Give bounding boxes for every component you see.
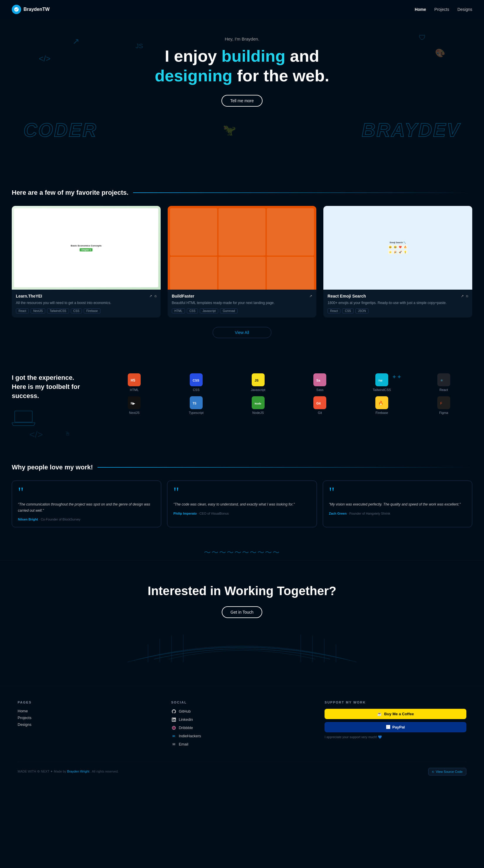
tool-react: ⚛ React [415,373,472,392]
view-all-button[interactable]: View All [213,327,271,338]
social-dribbble[interactable]: Dribbble [171,725,313,731]
footer-designs[interactable]: Designs [18,722,159,727]
svg-text:🔥: 🔥 [378,401,384,406]
github-icon [171,709,176,714]
tool-js: JS Javascript [229,373,287,392]
footer-grid: PAGES Home Projects Designs SOCIAL GitHu… [18,701,466,750]
project-link-icon-2[interactable]: ↗ [309,294,312,298]
svg-text:TS: TS [193,402,196,405]
projects-title: Here are a few of my favorite projects. [12,189,472,196]
testimonial-3: " "My vision was executed perfectly. The… [323,480,472,527]
social-linkedin[interactable]: Linkedin [171,717,313,722]
social-email[interactable]: ✉ Email [171,742,313,747]
deco-code-bracket: </> [39,54,51,63]
testimonials-section: Why people love my work! " "The communic… [0,446,484,545]
tool-firebase: 🔥 Firebase [353,396,411,414]
projects-grid: Basic Economics Concepts Chapter 1 Learn… [12,206,472,317]
svg-text:Node: Node [255,402,261,405]
quote-mark-2: " [173,487,311,498]
social-github[interactable]: GitHub [171,709,313,714]
footer: PAGES Home Projects Designs SOCIAL GitHu… [0,686,484,784]
deco-figure: 🦖 [223,124,236,136]
svg-text:Git: Git [316,402,321,405]
project-github-icon-1[interactable]: ⎋ [155,294,157,298]
get-in-touch-button[interactable]: Get in Touch [222,606,262,618]
footer-social: SOCIAL GitHub Linkedin Dribbble [171,701,313,750]
svg-text:JS: JS [255,379,258,382]
paypal-button[interactable]: 🅿 PayPal [325,722,466,732]
deco-js: JS [135,42,143,50]
testimonials-title: Why people love my work! [12,464,472,471]
testimonial-text-3: "My vision was executed perfectly. The q… [329,501,466,507]
testimonial-text-1: "The communication throughout the projec… [18,501,155,514]
hero-decorations: CODER 🦖 BRAYDEV [12,113,472,148]
testimonial-2: " "The code was clean, easy to understan… [167,480,317,527]
social-indiehackers[interactable]: IH IndieHackers [171,734,313,739]
email-icon: ✉ [171,742,176,747]
tool-nextjs: N▶ NextJS [106,396,163,414]
footer-support-title: SUPPORT MY WORK [325,701,466,704]
project-name-3: React Emoji Search [327,294,366,299]
tell-me-more-button[interactable]: Tell me more [221,95,263,106]
tools-row-2: N▶ NextJS TS Typescript Node NodeJS [106,396,472,414]
project-thumb-2 [168,206,317,290]
logo[interactable]: BraydenTW [12,5,50,14]
project-thumb-3: Emoji Search 🔍 😀 😂 ❤️ 🔥 ⭐ 🎉 🚀 💡 [323,206,472,290]
nav-designs[interactable]: Designs [457,7,472,12]
view-source-button[interactable]: ⎋ View Source Code [428,768,466,775]
testimonials-grid: " "The communication throughout the proj… [12,480,472,527]
footer-credits: MADE WITH ⚙ NEXT ✦ Made by Brayden Wrigh… [18,770,119,773]
testimonial-author-3: Zach Green · Founder of Hangxiety Shrink [329,512,466,515]
svg-rect-0 [15,411,32,422]
project-link-icon-1[interactable]: ↗ [149,294,152,298]
project-card-3: Emoji Search 🔍 😀 😂 ❤️ 🔥 ⭐ 🎉 🚀 💡 React Em… [323,206,472,317]
arc-decoration [12,633,472,662]
footer-pages-title: PAGES [18,701,159,704]
coffee-icon: ☕ [377,712,382,716]
testimonial-text-2: "The code was clean, easy to understand,… [173,501,311,507]
project-card-2: BuildFaster ↗ Beautiful HTML templates r… [168,206,317,317]
project-github-icon-3[interactable]: ⎋ [466,294,468,298]
project-tags-2: HTML CSS Javascript Gumroad [172,308,313,313]
cta-title: Interested in Working Together? [12,584,472,598]
cta-section: Interested in Working Together? Get in T… [0,560,484,686]
deco-arrow: ↗ [72,36,79,46]
tool-nodejs: Node NodeJS [229,396,287,414]
tool-tailwind: TW TailwindCSS [353,373,411,392]
author-link[interactable]: Brayden Wright [67,770,90,773]
hero-greeting: Hey, I'm Brayden. [12,36,472,41]
project-name-1: Learn.TheYEI [16,294,42,299]
logo-icon [12,5,21,14]
deco-braydev: BRAYDEV [362,119,460,141]
quote-mark-3: " [329,487,466,498]
support-note: I appreciate your support very much! 💙 [325,735,466,739]
nav-projects[interactable]: Projects [434,7,449,12]
indiehackers-icon: IH [171,734,176,739]
tool-typescript: TS Typescript [168,396,225,414]
toolbelt-title: I got the experience. Here is my toolbel… [12,373,88,400]
projects-section: Here are a few of my favorite projects. … [0,171,484,356]
testimonial-author-1: Nilsen Bright · Co-Founder of BlockSurve… [18,518,155,521]
project-link-icon-3[interactable]: ↗ [461,294,464,298]
navbar: BraydenTW Home Projects Designs [0,0,484,19]
svg-text:⚛: ⚛ [440,379,443,382]
tool-css: CSS CSS [168,373,225,392]
footer-home[interactable]: Home [18,709,159,713]
footer-projects[interactable]: Projects [18,716,159,720]
tools-row-1: H5 HTML CSS CSS JS Javascript [106,373,472,392]
tool-git: Git Git [291,396,349,414]
deco-shield: 🛡 [419,33,426,42]
project-desc-1: All the resources you will need to get a… [16,300,157,306]
dribbble-icon [171,725,176,731]
svg-text:H5: H5 [131,378,135,382]
testimonial-1: " "The communication throughout the proj… [12,480,161,527]
footer-support: SUPPORT MY WORK ☕ Buy Me a Coffee 🅿 PayP… [325,701,466,750]
nav-home[interactable]: Home [415,7,426,12]
buy-coffee-button[interactable]: ☕ Buy Me a Coffee [325,709,466,719]
project-desc-2: Beautiful HTML templates ready-made for … [172,300,313,306]
footer-pages: PAGES Home Projects Designs [18,701,159,750]
deco-palette: 🎨 [435,48,445,58]
svg-text:Sa: Sa [316,379,320,382]
project-card-1: Basic Economics Concepts Chapter 1 Learn… [12,206,161,317]
project-tags-1: React NextJS TailwindCSS CSS Firebase [16,308,157,313]
